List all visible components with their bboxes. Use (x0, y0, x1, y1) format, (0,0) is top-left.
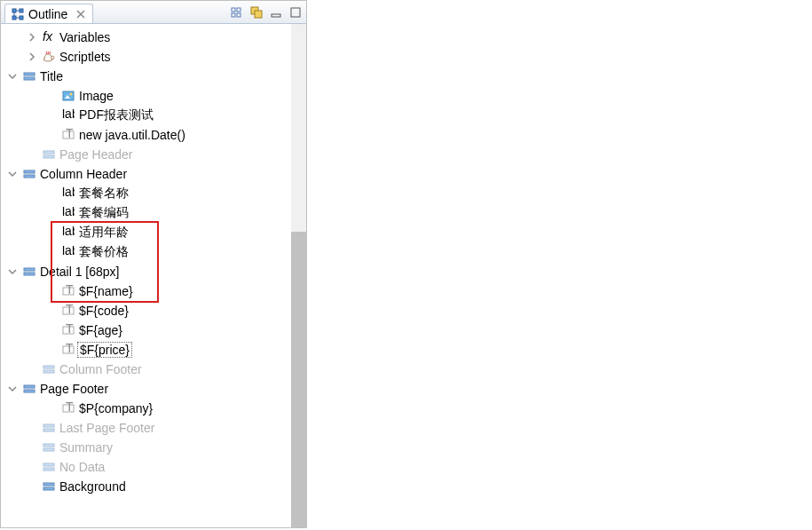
svg-rect-7 (232, 8, 235, 12)
svg-rect-55 (43, 483, 54, 486)
tree-item-label: No Data (59, 460, 105, 474)
minimize-icon[interactable] (269, 5, 283, 20)
svg-rect-50 (43, 429, 54, 431)
tree-item-p-company[interactable]: T $P{company} (1, 399, 291, 418)
text-field-icon: T (61, 304, 75, 318)
outline-tab[interactable]: Outline (4, 4, 93, 23)
svg-rect-13 (272, 14, 280, 17)
tree-item-label: 套餐名称 (79, 186, 129, 202)
tree-item-column-footer[interactable]: Column Footer (1, 360, 291, 379)
outline-tree[interactable]: fx Variables Scriptlets Title Image (1, 24, 291, 527)
band-icon (22, 167, 36, 181)
tree-item-col2[interactable]: label 套餐编码 (1, 203, 291, 223)
label-icon: label (61, 186, 75, 201)
tree-item-column-header[interactable]: Column Header (1, 164, 291, 184)
tree-item-detail[interactable]: Detail 1 [68px] (1, 262, 291, 281)
svg-rect-1 (12, 16, 16, 20)
band-icon (22, 265, 36, 279)
tree-item-f-price[interactable]: T $F{price} (1, 340, 291, 360)
svg-rect-56 (43, 487, 54, 490)
svg-rect-2 (20, 9, 23, 12)
tree-item-col3[interactable]: label 适用年龄 (1, 223, 291, 242)
tree-item-page-header[interactable]: Page Header (1, 145, 291, 164)
svg-rect-28 (24, 175, 35, 178)
outline-tab-icon (11, 7, 25, 21)
tree-item-f-age[interactable]: T $F{age} (1, 320, 291, 340)
svg-point-21 (70, 93, 73, 96)
svg-rect-19 (63, 91, 74, 100)
tree-item-f-name[interactable]: T $F{name} (1, 281, 291, 301)
svg-rect-0 (12, 9, 16, 12)
tree-item-label: Page Footer (40, 382, 108, 396)
scrollbar-thumb[interactable] (291, 232, 306, 527)
svg-rect-10 (237, 13, 240, 17)
coffee-icon (42, 50, 56, 64)
tree-item-background[interactable]: Background (1, 477, 291, 496)
svg-rect-8 (237, 8, 240, 12)
svg-rect-18 (24, 77, 35, 80)
tree-item-variables[interactable]: fx Variables (1, 28, 291, 47)
svg-rect-14 (291, 8, 300, 17)
tree-item-label: Detail 1 [68px] (40, 265, 120, 279)
outline-tab-label: Outline (28, 7, 67, 21)
svg-rect-44 (43, 370, 54, 373)
svg-text:label: label (62, 109, 75, 121)
svg-rect-25 (43, 151, 54, 154)
tree-item-label: new java.util.Date() (79, 128, 185, 142)
chevron-down-icon[interactable] (6, 168, 19, 180)
tree-item-col1[interactable]: label 套餐名称 (1, 184, 291, 203)
tree-item-col4[interactable]: label 套餐价格 (1, 242, 291, 262)
tree-item-last-page-footer[interactable]: Last Page Footer (1, 418, 291, 438)
tree-item-label: $F{age} (79, 323, 122, 337)
svg-text:label: label (62, 226, 75, 238)
label-icon: label (61, 108, 75, 123)
tree-item-label: Variables (59, 30, 110, 44)
chevron-down-icon[interactable] (6, 383, 19, 395)
svg-text:T: T (66, 305, 74, 316)
tree-item-no-data[interactable]: No Data (1, 457, 291, 477)
band-icon (42, 362, 56, 376)
svg-text:T: T (66, 402, 74, 414)
scrollbar[interactable] (291, 24, 306, 527)
svg-text:label: label (62, 187, 75, 199)
tree-item-scriptlets[interactable]: Scriptlets (1, 47, 291, 67)
tree-item-summary[interactable]: Summary (1, 438, 291, 457)
svg-text:T: T (66, 344, 74, 355)
svg-rect-27 (24, 170, 35, 173)
tree-item-label: Page Header (59, 147, 133, 162)
label-icon: label (61, 225, 75, 240)
band-icon (42, 460, 56, 474)
tree-item-f-code[interactable]: T $F{code} (1, 301, 291, 320)
band-icon (22, 382, 36, 396)
tree-item-label: Title (40, 69, 63, 83)
tree-item-image[interactable]: Image (1, 86, 291, 106)
tree-item-label: Last Page Footer (59, 421, 154, 435)
tree-item-label: Background (59, 479, 126, 494)
band-icon (42, 147, 56, 162)
view-menu-icon[interactable] (249, 5, 264, 20)
image-icon (61, 89, 75, 103)
tree-item-title[interactable]: Title (1, 67, 291, 86)
tree-item-date[interactable]: T new java.util.Date() (1, 125, 291, 145)
svg-rect-53 (43, 463, 54, 466)
tree-item-label: 适用年龄 (79, 225, 129, 241)
chevron-down-icon[interactable] (6, 265, 19, 278)
tree-item-pdf-label[interactable]: label PDF报表测试 (1, 106, 291, 125)
chevron-down-icon[interactable] (6, 70, 19, 83)
svg-text:T: T (66, 324, 74, 336)
svg-rect-52 (43, 448, 54, 451)
collapse-all-icon[interactable] (230, 5, 244, 20)
svg-rect-46 (24, 390, 35, 392)
tree-item-page-footer[interactable]: Page Footer (1, 379, 291, 399)
svg-rect-54 (43, 468, 54, 471)
tree-item-label: $F{name} (79, 284, 133, 298)
text-field-icon: T (61, 128, 75, 142)
svg-text:label: label (62, 246, 75, 257)
chevron-right-icon[interactable] (26, 31, 38, 44)
chevron-right-icon[interactable] (26, 51, 38, 63)
fx-icon: fx (42, 30, 56, 44)
band-icon (22, 69, 36, 83)
maximize-icon[interactable] (288, 5, 303, 20)
svg-rect-17 (24, 73, 35, 75)
close-icon[interactable] (75, 8, 87, 20)
